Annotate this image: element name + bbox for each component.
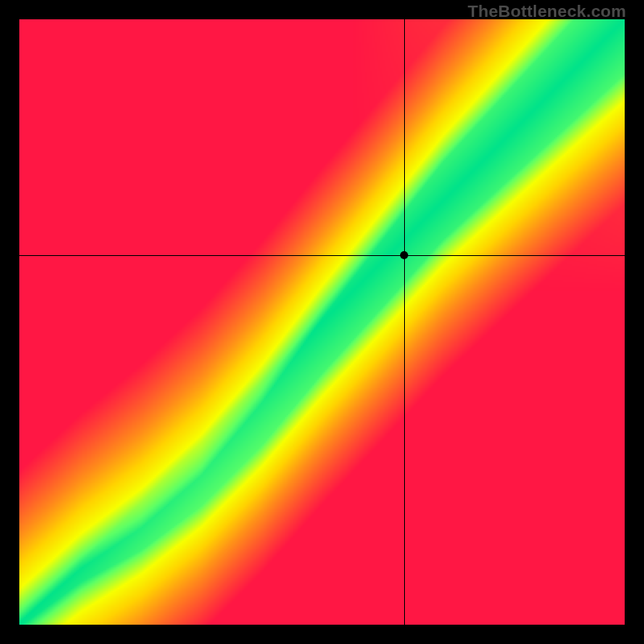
heatmap-canvas [19,19,625,625]
watermark-text: TheBottleneck.com [468,2,626,21]
crosshair-vertical [404,19,405,625]
crosshair-horizontal [19,255,625,256]
chart-frame: TheBottleneck.com [0,0,644,644]
plot-area [19,19,625,625]
marker-dot [400,251,408,259]
